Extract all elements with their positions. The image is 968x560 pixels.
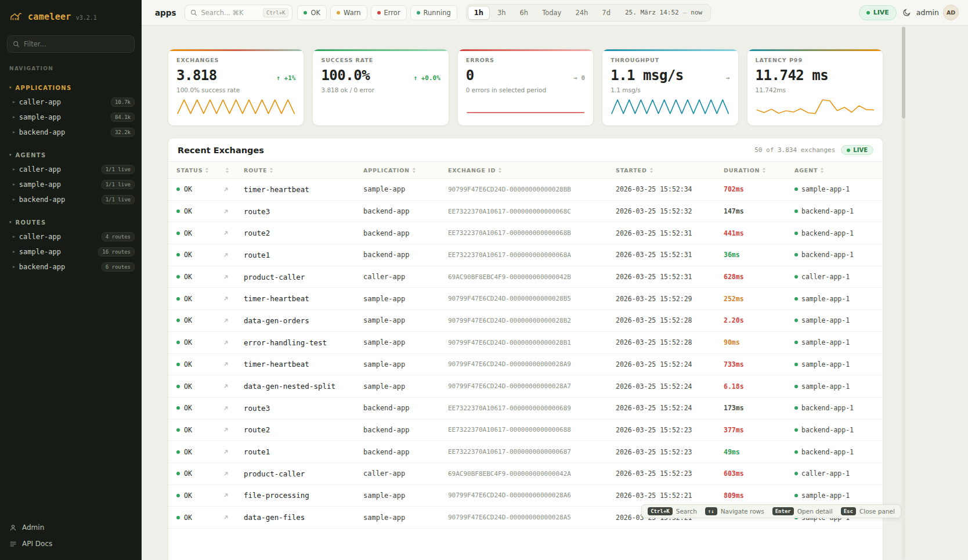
- started-cell: 2026-03-25 15:52:21: [616, 492, 724, 500]
- hint-label: Close panel: [859, 508, 895, 515]
- agent-live-dot: [794, 363, 798, 366]
- agent-cell: backend-app-1: [794, 229, 883, 237]
- range-button-3h[interactable]: 3h: [491, 6, 512, 20]
- duration-cell: 90ms: [724, 338, 794, 346]
- sidebar-item-sample-app[interactable]: ▸ sample-app 16 routes: [0, 244, 142, 259]
- sidebar-item-backend-app[interactable]: ▸ backend-app 6 routes: [0, 259, 142, 274]
- sidebar-item-caller-app[interactable]: ▸ caller-app 1/1 live: [0, 162, 142, 177]
- hint-label: Search: [676, 508, 697, 515]
- filter-chip-error[interactable]: Error: [371, 5, 407, 20]
- sidebar-footer-api-docs[interactable]: API Docs: [0, 536, 142, 552]
- route-cell: route3: [244, 404, 363, 413]
- sidebar-item-sample-app[interactable]: ▸ sample-app 1/1 live: [0, 177, 142, 192]
- duration-cell: 628ms: [724, 273, 794, 281]
- range-button-24h[interactable]: 24h: [569, 6, 594, 20]
- open-exchange-icon[interactable]: [223, 449, 244, 455]
- table-row[interactable]: OK product-caller caller-app 69AC90BF8EB…: [168, 463, 883, 485]
- range-button-today[interactable]: Today: [536, 6, 568, 20]
- open-exchange-icon[interactable]: [223, 339, 244, 346]
- sidebar-item-sample-app[interactable]: ▸ sample-app 84.1k: [0, 110, 142, 125]
- exchange-id-cell: EE7322370A10617-0000000000000688: [448, 426, 616, 433]
- status-label: OK: [184, 229, 192, 237]
- sidebar-section-header[interactable]: ▾ APPLICATIONS: [0, 83, 142, 93]
- table-row[interactable]: OK timer-heartbeat sample-app 90799F47E6…: [168, 288, 883, 310]
- table-row[interactable]: OK product-caller caller-app 69AC90BF8EB…: [168, 266, 883, 288]
- open-exchange-icon[interactable]: [223, 492, 244, 498]
- column-header-expand[interactable]: [223, 168, 244, 173]
- sidebar-section-header[interactable]: ▾ AGENTS: [0, 150, 142, 160]
- sidebar-filter-input[interactable]: [24, 40, 129, 48]
- sidebar-item-backend-app[interactable]: ▸ backend-app 1/1 live: [0, 192, 142, 207]
- filter-chip-ok[interactable]: OK: [297, 5, 327, 20]
- table-row[interactable]: OK route1 backend-app EE7322370A10617-00…: [168, 244, 883, 266]
- column-header-application[interactable]: APPLICATION: [363, 167, 448, 174]
- route-cell: data-gen-files: [244, 513, 363, 522]
- open-exchange-icon[interactable]: [223, 274, 244, 280]
- open-exchange-icon[interactable]: [223, 383, 244, 389]
- sidebar-item-label: caller-app: [19, 165, 61, 174]
- column-header-agent[interactable]: AGENT: [794, 167, 883, 174]
- range-button-1h[interactable]: 1h: [468, 6, 490, 20]
- route-cell: product-caller: [244, 469, 363, 478]
- open-exchange-icon[interactable]: [223, 295, 244, 302]
- open-exchange-icon[interactable]: [223, 317, 244, 324]
- agent-live-dot: [794, 253, 798, 256]
- open-exchange-icon[interactable]: [223, 186, 244, 193]
- table-row[interactable]: OK data-gen-nested-split sample-app 9079…: [168, 375, 883, 398]
- sidebar-footer-admin[interactable]: Admin: [0, 519, 142, 536]
- agent-cell: sample-app-1: [794, 295, 883, 303]
- started-cell: 2026-03-25 15:52:24: [616, 382, 724, 391]
- open-exchange-icon[interactable]: [223, 514, 244, 521]
- column-header-route[interactable]: ROUTE: [244, 167, 363, 174]
- column-header-duration[interactable]: DURATION: [724, 167, 794, 174]
- live-label: LIVE: [853, 147, 868, 153]
- global-search-input[interactable]: [201, 9, 259, 17]
- column-header-status[interactable]: STATUS: [168, 167, 223, 174]
- agent-cell: backend-app-1: [794, 404, 883, 412]
- table-row[interactable]: OK route3 backend-app EE7322370A10617-00…: [168, 201, 883, 223]
- global-search[interactable]: Ctrl+K: [185, 5, 292, 21]
- time-range-group: 1h3h6hToday24h7d 25. März 14:52 — now: [466, 4, 711, 21]
- open-exchange-icon[interactable]: [223, 405, 244, 411]
- agent-label: sample-app-1: [801, 316, 850, 324]
- sidebar-item-badge: 4 routes: [102, 232, 135, 241]
- column-label: AGENT: [794, 167, 818, 174]
- table-row[interactable]: OK route1 backend-app EE7322370A10617-00…: [168, 441, 883, 463]
- hint-key: Esc: [841, 507, 856, 515]
- sidebar-section-header[interactable]: ▾ ROUTES: [0, 218, 142, 227]
- table-row[interactable]: OK timer-heartbeat sample-app 90799F47E6…: [168, 179, 883, 201]
- filter-chip-warn[interactable]: Warn: [330, 5, 367, 20]
- table-row[interactable]: OK route3 backend-app EE7322370A10617-00…: [168, 398, 883, 420]
- theme-toggle-button[interactable]: [900, 6, 913, 19]
- table-row[interactable]: OK route2 backend-app EE7322370A10617-00…: [168, 222, 883, 244]
- column-header-started[interactable]: STARTED: [616, 167, 724, 174]
- duration-cell: 377ms: [724, 426, 794, 434]
- sidebar-item-caller-app[interactable]: ▸ caller-app 10.7k: [0, 95, 142, 110]
- open-exchange-icon[interactable]: [223, 427, 244, 433]
- sidebar-item-caller-app[interactable]: ▸ caller-app 4 routes: [0, 229, 142, 244]
- duration-cell: 147ms: [724, 207, 794, 215]
- open-exchange-icon[interactable]: [223, 252, 244, 258]
- hint-navigate-rows: ↑↓ Navigate rows: [705, 507, 764, 515]
- table-row[interactable]: OK route2 backend-app EE7322370A10617-00…: [168, 420, 883, 442]
- range-button-6h[interactable]: 6h: [514, 6, 535, 20]
- column-header-exchange-id[interactable]: EXCHANGE ID: [448, 167, 616, 174]
- table-row[interactable]: OK error-handling-test sample-app 90799F…: [168, 332, 883, 354]
- application-cell: sample-app: [363, 185, 448, 193]
- avatar[interactable]: AD: [943, 5, 959, 20]
- chevron-right-icon: ▸: [13, 265, 15, 269]
- table-row[interactable]: OK data-gen-orders sample-app 90799F47E6…: [168, 310, 883, 332]
- live-toggle[interactable]: LIVE: [859, 5, 897, 20]
- filter-chip-running[interactable]: Running: [410, 5, 457, 20]
- scrollbar[interactable]: [902, 27, 905, 560]
- open-exchange-icon[interactable]: [223, 471, 244, 477]
- status-ok-dot: [176, 428, 180, 432]
- scrollbar-thumb[interactable]: [902, 27, 905, 118]
- open-exchange-icon[interactable]: [223, 361, 244, 367]
- open-exchange-icon[interactable]: [223, 230, 244, 236]
- table-row[interactable]: OK file-processing sample-app 90799F47E6…: [168, 485, 883, 507]
- sidebar-item-backend-app[interactable]: ▸ backend-app 32.2k: [0, 125, 142, 140]
- range-button-7d[interactable]: 7d: [595, 6, 617, 20]
- table-row[interactable]: OK timer-heartbeat sample-app 90799F47E6…: [168, 354, 883, 376]
- open-exchange-icon[interactable]: [223, 208, 244, 215]
